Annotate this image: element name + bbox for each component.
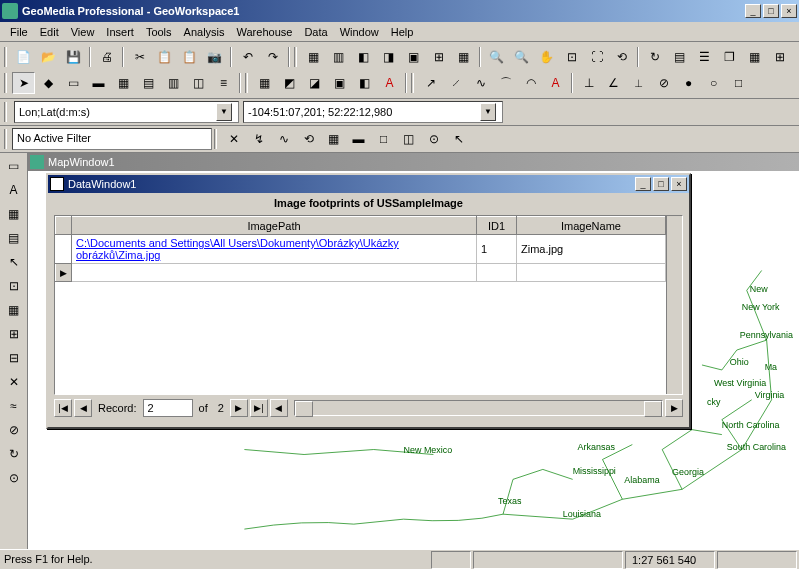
g1-icon[interactable]: ▦ — [253, 72, 276, 94]
dropdown-icon[interactable]: ▼ — [480, 103, 496, 121]
save-icon[interactable]: 💾 — [62, 46, 85, 68]
s4-icon[interactable]: ▤ — [2, 227, 25, 249]
hscroll-right-button[interactable]: ▶ — [665, 399, 683, 417]
paste-icon[interactable]: 📋 — [178, 46, 201, 68]
d9-icon[interactable]: ⟂ — [627, 72, 650, 94]
hscroll-left-button[interactable]: ◀ — [270, 399, 288, 417]
tool-7-icon[interactable]: ▦ — [452, 46, 475, 68]
ed8-icon[interactable]: ≡ — [212, 72, 235, 94]
nav-next-button[interactable]: ▶ — [230, 399, 248, 417]
f9-icon[interactable]: ⊙ — [422, 128, 445, 150]
legend-icon[interactable]: ▤ — [668, 46, 691, 68]
menu-file[interactable]: File — [4, 24, 34, 40]
s14-icon[interactable]: ⊙ — [2, 467, 25, 489]
map-titlebar[interactable]: MapWindow1 — [28, 153, 799, 171]
maximize-button[interactable]: □ — [763, 4, 779, 18]
tool-4-icon[interactable]: ◨ — [377, 46, 400, 68]
undo-icon[interactable]: ↶ — [236, 46, 259, 68]
cell-path[interactable]: C:\Documents and Settings\All Users\Doku… — [72, 235, 477, 264]
g2-icon[interactable]: ◩ — [278, 72, 301, 94]
tool-2-icon[interactable]: ▥ — [327, 46, 350, 68]
data-icon[interactable]: ▦ — [743, 46, 766, 68]
d2-icon[interactable]: ⟋ — [444, 72, 467, 94]
g4-icon[interactable]: ▣ — [328, 72, 351, 94]
ed6-icon[interactable]: ▥ — [162, 72, 185, 94]
pan-icon[interactable]: ✋ — [535, 46, 558, 68]
data-titlebar[interactable]: DataWindow1 _ □ × — [48, 175, 689, 193]
table-row[interactable]: C:\Documents and Settings\All Users\Doku… — [56, 235, 666, 264]
menu-insert[interactable]: Insert — [100, 24, 140, 40]
nav-last-button[interactable]: ▶| — [250, 399, 268, 417]
f10-icon[interactable]: ↖ — [447, 128, 470, 150]
col-imagename[interactable]: ImageName — [517, 217, 666, 235]
zoomout-icon[interactable]: 🔍 — [510, 46, 533, 68]
dropdown-icon[interactable]: ▼ — [216, 103, 232, 121]
zoom-extent-icon[interactable]: ⛶ — [585, 46, 608, 68]
f4-icon[interactable]: ⟲ — [297, 128, 320, 150]
child-close-button[interactable]: × — [671, 177, 687, 191]
ed4-icon[interactable]: ▦ — [112, 72, 135, 94]
s8-icon[interactable]: ⊞ — [2, 323, 25, 345]
table-row[interactable]: ▶ — [56, 264, 666, 282]
s11-icon[interactable]: ≈ — [2, 395, 25, 417]
layer-icon[interactable]: ☰ — [693, 46, 716, 68]
s7-icon[interactable]: ▦ — [2, 299, 25, 321]
ed7-icon[interactable]: ◫ — [187, 72, 210, 94]
s3-icon[interactable]: ▦ — [2, 203, 25, 225]
d12-icon[interactable]: ○ — [702, 72, 725, 94]
g6-icon[interactable]: A — [378, 72, 401, 94]
cell-empty[interactable] — [477, 264, 517, 282]
row-selector[interactable] — [56, 235, 72, 264]
print-icon[interactable]: 🖨 — [95, 46, 118, 68]
d8-icon[interactable]: ∠ — [602, 72, 625, 94]
f7-icon[interactable]: □ — [372, 128, 395, 150]
zoom-prev-icon[interactable]: ⟲ — [610, 46, 633, 68]
col-id1[interactable]: ID1 — [477, 217, 517, 235]
s1-icon[interactable]: ▭ — [2, 155, 25, 177]
nav-current-input[interactable] — [143, 399, 193, 417]
s10-icon[interactable]: ✕ — [2, 371, 25, 393]
coord-value-input[interactable] — [248, 106, 478, 118]
nav-first-button[interactable]: |◀ — [54, 399, 72, 417]
s9-icon[interactable]: ⊟ — [2, 347, 25, 369]
d10-icon[interactable]: ⊘ — [652, 72, 675, 94]
d6-icon[interactable]: A — [544, 72, 567, 94]
tool-3-icon[interactable]: ◧ — [352, 46, 375, 68]
vertical-scrollbar[interactable] — [666, 216, 682, 394]
tool-6-icon[interactable]: ⊞ — [427, 46, 450, 68]
horizontal-scrollbar[interactable] — [294, 400, 663, 416]
minimize-button[interactable]: _ — [745, 4, 761, 18]
row-header-blank[interactable] — [56, 217, 72, 235]
f3-icon[interactable]: ∿ — [272, 128, 295, 150]
d7-icon[interactable]: ⊥ — [577, 72, 600, 94]
menu-warehouse[interactable]: Warehouse — [231, 24, 299, 40]
ed2-icon[interactable]: ▭ — [62, 72, 85, 94]
menu-help[interactable]: Help — [385, 24, 420, 40]
layout-icon[interactable]: ⊞ — [768, 46, 791, 68]
s13-icon[interactable]: ↻ — [2, 443, 25, 465]
close-button[interactable]: × — [781, 4, 797, 18]
new-icon[interactable]: 📄 — [12, 46, 35, 68]
s6-icon[interactable]: ⊡ — [2, 275, 25, 297]
zoomin-icon[interactable]: 🔍 — [485, 46, 508, 68]
select-icon[interactable]: ➤ — [12, 72, 35, 94]
f1-icon[interactable]: ✕ — [222, 128, 245, 150]
d5-icon[interactable]: ◠ — [519, 72, 542, 94]
f2-icon[interactable]: ↯ — [247, 128, 270, 150]
refresh-icon[interactable]: ↻ — [643, 46, 666, 68]
child-minimize-button[interactable]: _ — [635, 177, 651, 191]
window-icon[interactable]: ❐ — [718, 46, 741, 68]
cut-icon[interactable]: ✂ — [128, 46, 151, 68]
cell-empty[interactable] — [517, 264, 666, 282]
cell-name[interactable]: Zima.jpg — [517, 235, 666, 264]
d1-icon[interactable]: ↗ — [419, 72, 442, 94]
camera-icon[interactable]: 📷 — [203, 46, 226, 68]
tool-1-icon[interactable]: ▦ — [302, 46, 325, 68]
current-row-icon[interactable]: ▶ — [56, 264, 72, 282]
g5-icon[interactable]: ◧ — [353, 72, 376, 94]
f6-icon[interactable]: ▬ — [347, 128, 370, 150]
d3-icon[interactable]: ∿ — [469, 72, 492, 94]
filter-text[interactable]: No Active Filter — [12, 128, 212, 150]
d13-icon[interactable]: □ — [727, 72, 750, 94]
cell-id[interactable]: 1 — [477, 235, 517, 264]
